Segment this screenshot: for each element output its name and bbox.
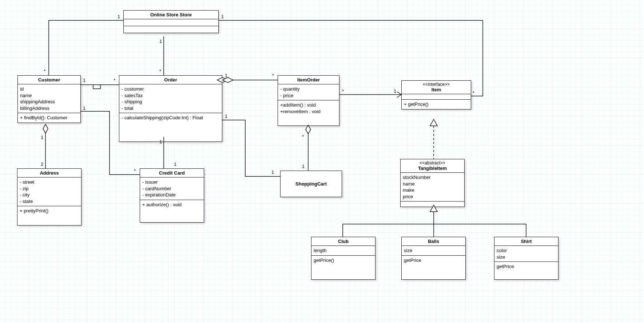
- class-customer[interactable]: Customer id name shippingAddress billing…: [17, 75, 81, 123]
- uml-canvas: Online Store Store Customer id name ship…: [0, 0, 644, 323]
- class-title: Credit Card: [140, 169, 204, 178]
- class-order[interactable]: Order - customer - salesTax - shipping -…: [119, 75, 222, 142]
- class-credit-card[interactable]: Credit Card - issuer - cardNumber - expi…: [140, 168, 204, 223]
- svg-marker-11: [430, 119, 437, 126]
- class-title: Address: [17, 169, 81, 178]
- mult: *: [134, 168, 136, 174]
- mult: 1: [302, 164, 305, 169]
- class-balls[interactable]: Balls size getPrice: [401, 237, 466, 280]
- mult: *: [342, 88, 344, 94]
- mult: *: [272, 73, 274, 78]
- mult: 1: [83, 77, 86, 83]
- class-title: Customer: [18, 76, 80, 84]
- class-title: Club: [311, 237, 375, 246]
- class-title: Online Store Store: [124, 11, 218, 19]
- class-shoppingcart[interactable]: ShoppingCart: [280, 171, 342, 197]
- mult: 1: [225, 73, 227, 78]
- class-tangibleitem[interactable]: <<abstract>> TangibleItem stockNumber na…: [400, 159, 465, 207]
- mult: *: [159, 68, 161, 74]
- mult: 1: [221, 14, 224, 19]
- class-title: Balls: [402, 237, 465, 246]
- mult: *: [473, 90, 474, 96]
- class-title: <<abstract>> TangibleItem: [401, 159, 464, 173]
- class-title: ShoppingCart: [281, 171, 342, 197]
- class-address[interactable]: Address - street - zip - city - state + …: [17, 168, 82, 226]
- class-shirt[interactable]: Shirt color size getPrice: [494, 237, 558, 280]
- mult: *: [44, 68, 45, 74]
- mult: *: [302, 134, 304, 139]
- class-title: ItemOrder: [278, 76, 339, 84]
- class-title: <<interface>> Item: [402, 81, 471, 94]
- class-club[interactable]: Club length getPrice(): [311, 237, 375, 280]
- class-item[interactable]: <<interface>> Item + getPrice(): [401, 80, 471, 109]
- mult: 1: [271, 170, 274, 175]
- class-itemorder[interactable]: ItemOrder - quantity - price +addItem() …: [278, 75, 339, 126]
- mult: *: [114, 77, 115, 83]
- svg-marker-9: [306, 125, 311, 134]
- class-online-store[interactable]: Online Store Store: [123, 10, 219, 33]
- mult: 1: [159, 139, 162, 144]
- mult: 1: [225, 113, 227, 119]
- mult: 1: [83, 105, 86, 111]
- mult: 1: [174, 162, 176, 167]
- class-title: Shirt: [494, 237, 558, 246]
- svg-marker-2: [43, 124, 48, 133]
- mult: 1: [41, 135, 43, 140]
- mult: 2: [41, 162, 43, 167]
- mult: 1: [118, 14, 120, 19]
- class-title: Order: [119, 76, 222, 84]
- svg-marker-6: [222, 77, 233, 83]
- mult: 1: [394, 88, 396, 94]
- mult: 1: [159, 39, 162, 44]
